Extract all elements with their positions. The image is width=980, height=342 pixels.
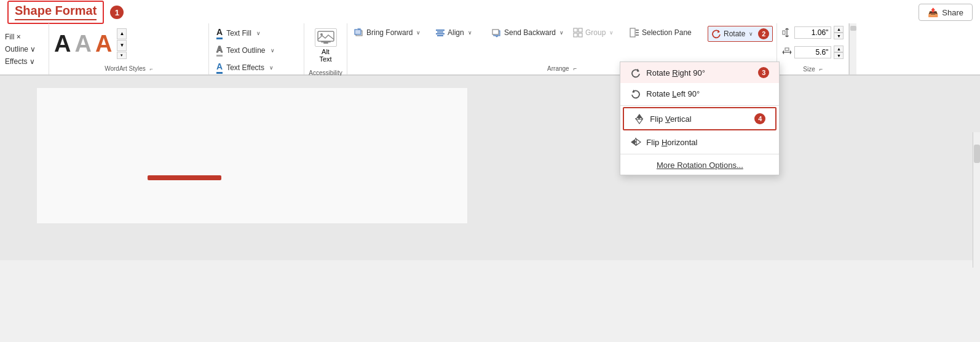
- send-backward-arrow: ∨: [559, 30, 564, 36]
- width-input[interactable]: [794, 46, 831, 58]
- height-input[interactable]: [794, 26, 831, 39]
- ribbon-main-row: Fill × Outline ∨ Effects ∨ A A A ▲ ▼ ▾: [0, 23, 980, 75]
- align-arrow: ∨: [468, 30, 472, 36]
- wordart-letter-black[interactable]: A: [54, 32, 71, 55]
- flip-vertical-label: Flip Vertical: [650, 114, 691, 124]
- svg-marker-25: [636, 139, 641, 145]
- text-effects-arrow: ∨: [269, 65, 274, 71]
- svg-rect-9: [437, 35, 443, 36]
- text-outline-label: Text Outline: [226, 46, 265, 55]
- svg-marker-24: [631, 139, 635, 145]
- group-label: Group: [585, 28, 606, 37]
- svg-rect-3: [323, 42, 328, 44]
- wordart-scroll-btns: ▲ ▼ ▾: [117, 28, 127, 59]
- svg-rect-12: [574, 28, 577, 32]
- wordart-styles-section: A A A ▲ ▼ ▾ WordArt Styles ⌐: [49, 23, 209, 74]
- canvas-white: [37, 88, 467, 223]
- svg-rect-6: [436, 30, 445, 31]
- effects-item[interactable]: Effects ∨: [5, 56, 35, 67]
- width-down-btn[interactable]: ▼: [834, 52, 844, 59]
- send-backward-btn[interactable]: Send Backward ∨: [489, 26, 569, 39]
- flip-horizontal-item[interactable]: Flip Horizontal: [620, 132, 779, 153]
- align-icon: [435, 28, 445, 38]
- width-row: ▲ ▼: [782, 46, 844, 59]
- arrange-expand-icon[interactable]: ⌐: [573, 65, 577, 72]
- width-up-btn[interactable]: ▲: [834, 46, 844, 52]
- svg-rect-27: [783, 31, 785, 34]
- size-content: ▲ ▼ ▲ ▼: [777, 23, 848, 64]
- selection-pane-label: Selection Pane: [642, 28, 692, 37]
- wordart-letters: A A A: [54, 32, 112, 55]
- arrange-section: Bring Forward ∨ Align ∨: [347, 23, 777, 74]
- svg-point-1: [320, 33, 323, 36]
- group-btn[interactable]: Group ∨: [570, 26, 625, 39]
- height-icon: [782, 28, 792, 38]
- canvas-scrollbar[interactable]: [973, 132, 980, 268]
- svg-rect-11: [492, 30, 499, 34]
- rotate-left-label: Rotate Left 90°: [646, 89, 700, 98]
- share-label: Share: [942, 8, 963, 17]
- wordart-letter-gray[interactable]: A: [74, 32, 91, 55]
- height-spin-btns: ▲ ▼: [834, 26, 844, 39]
- text-fill-btn[interactable]: A Text Fill ∨: [214, 26, 263, 41]
- bring-forward-btn[interactable]: Bring Forward ∨: [351, 26, 431, 39]
- svg-rect-29: [785, 48, 789, 50]
- bring-forward-arrow: ∨: [416, 30, 421, 36]
- rotate-btn[interactable]: Rotate ∨ 2: [708, 26, 773, 42]
- rotate-label: Rotate: [724, 30, 745, 38]
- align-btn[interactable]: Align ∨: [432, 26, 488, 39]
- height-down-btn[interactable]: ▼: [834, 33, 844, 39]
- selection-pane-icon: [630, 28, 639, 38]
- text-fill-arrow: ∨: [256, 30, 261, 36]
- text-effects-icon: A: [216, 62, 223, 74]
- selection-pane-btn[interactable]: Selection Pane: [626, 26, 706, 39]
- ribbon-scrollbar[interactable]: [849, 23, 856, 74]
- group-icon: [573, 28, 583, 38]
- shape-format-underline: [15, 19, 97, 20]
- outline-item[interactable]: Outline ∨: [5, 44, 36, 55]
- fill-outline-effects-section: Fill × Outline ∨ Effects ∨: [0, 23, 49, 74]
- more-rotation-item[interactable]: More Rotation Options...: [620, 156, 779, 175]
- flip-vertical-item[interactable]: Flip Vertical 4: [623, 107, 776, 130]
- share-button[interactable]: 📤 Share: [919, 4, 973, 21]
- red-accent-bar: [148, 175, 221, 180]
- height-up-btn[interactable]: ▲: [834, 26, 844, 33]
- send-backward-icon: [492, 28, 502, 38]
- shape-format-box: Shape Format: [7, 1, 104, 24]
- wordart-expand-icon[interactable]: ⌐: [150, 66, 153, 72]
- svg-rect-17: [636, 30, 639, 31]
- ribbon-top-bar: Shape Format 1 📤 Share: [0, 0, 980, 23]
- alt-text-label: Alt Text: [319, 48, 331, 63]
- width-spin-btns: ▲ ▼: [834, 46, 844, 59]
- wordart-letter-orange[interactable]: A: [95, 32, 112, 55]
- bring-forward-icon: [354, 28, 364, 38]
- rotate-right-item[interactable]: Rotate Right 90° 3: [620, 62, 779, 83]
- svg-rect-19: [636, 34, 639, 36]
- fill-outline-effects-content: Fill × Outline ∨ Effects ∨: [0, 23, 49, 74]
- wordart-scroll-up[interactable]: ▲: [117, 28, 127, 39]
- share-icon: 📤: [928, 7, 938, 17]
- width-icon: [782, 47, 792, 57]
- text-effects-btn[interactable]: A Text Effects ∨: [214, 60, 276, 75]
- rotate-dropdown: Rotate Right 90° 3 Rotate Left 90°: [620, 62, 780, 175]
- wordart-content: A A A ▲ ▼ ▾: [49, 23, 208, 63]
- alt-text-button[interactable]: Alt Text: [312, 26, 339, 65]
- size-expand-icon[interactable]: ⌐: [820, 66, 823, 73]
- send-backward-label: Send Backward: [504, 28, 556, 37]
- fill-item[interactable]: Fill ×: [5, 31, 21, 42]
- rotate-left-item[interactable]: Rotate Left 90°: [620, 83, 779, 104]
- wordart-label: WordArt Styles ⌐: [49, 63, 208, 74]
- arrange-content: Bring Forward ∨ Align ∨: [347, 23, 776, 63]
- svg-rect-5: [355, 30, 361, 34]
- svg-rect-16: [630, 28, 635, 37]
- badge-3: 3: [758, 67, 769, 78]
- flip-vertical-icon: [634, 113, 645, 124]
- text-outline-btn[interactable]: A Text Outline ∨: [214, 43, 277, 58]
- rotate-right-icon: [630, 67, 641, 78]
- svg-marker-22: [636, 119, 642, 124]
- flip-horizontal-icon: [630, 137, 641, 148]
- wordart-scroll-down[interactable]: ▼: [117, 40, 127, 51]
- svg-rect-2: [321, 41, 331, 42]
- wordart-expand[interactable]: ▾: [117, 52, 127, 59]
- badge-2: 2: [758, 28, 769, 39]
